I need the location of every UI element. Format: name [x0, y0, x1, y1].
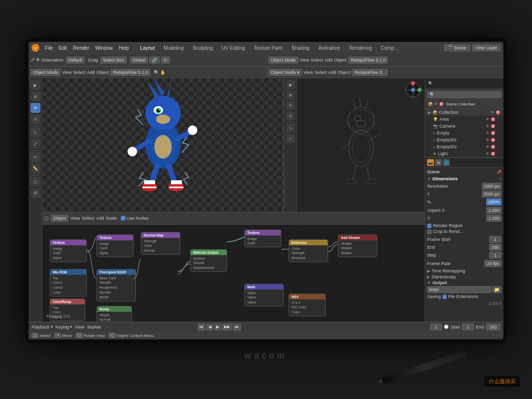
vp-tool-1[interactable]: ▶	[286, 80, 295, 89]
orientation-select[interactable]: Default	[66, 57, 85, 64]
res-pct-value[interactable]: 100%	[486, 199, 501, 205]
jump-end-btn[interactable]: ⏭	[233, 324, 241, 331]
view-label-left[interactable]: View	[62, 70, 71, 75]
filter-icon[interactable]: 🔍	[427, 81, 434, 86]
outliner-camera[interactable]: 📷 Camera 👁 🎯	[425, 123, 503, 130]
menu-render[interactable]: Render	[70, 44, 92, 52]
add-label-left[interactable]: Add	[87, 70, 95, 75]
render-props-icon[interactable]: 📷	[427, 159, 434, 166]
node-box-13[interactable]: HSV H S VFac ColorColor	[289, 294, 326, 316]
node-select-menu[interactable]: Select	[82, 216, 94, 221]
frame-end-value[interactable]: 250	[489, 244, 501, 251]
retopoflow-left-btn[interactable]: RetopoFlow 3.1.0	[110, 69, 150, 76]
stereoscopy-header[interactable]: ▶ Stereoscopy	[427, 274, 501, 279]
frame-step-value[interactable]: 1	[489, 252, 501, 259]
node-box-4[interactable]: Normal Map StrengthColorNormal	[141, 232, 180, 255]
playback-menu[interactable]: Playback ▾	[32, 325, 53, 330]
retopoflow-r[interactable]: RetopoFlow 3...	[352, 69, 388, 76]
add-menu[interactable]: Add	[325, 58, 332, 63]
node-box-11[interactable]: Bump HeightNormal	[97, 306, 132, 322]
vp-tool-6[interactable]: ⤢	[286, 134, 295, 143]
tool-measure[interactable]: 📏	[31, 164, 40, 173]
current-frame-field[interactable]: 1	[430, 324, 442, 331]
menu-window[interactable]: Window	[93, 44, 115, 52]
outliner-light[interactable]: ☀ Light 👁 🎯	[425, 150, 503, 157]
node-box-12[interactable]: Math ValueValueValue	[244, 284, 284, 306]
object-r[interactable]: Object	[337, 70, 350, 75]
vp-tool-4[interactable]: ↺	[286, 111, 295, 120]
retopoflow-btn[interactable]: RetopoFlow 3.1.0	[348, 57, 388, 64]
menu-file[interactable]: File	[42, 44, 55, 52]
tab-layout[interactable]: Layout	[136, 44, 159, 52]
tab-sculpting[interactable]: Sculpting	[189, 44, 217, 52]
scene-props-icon[interactable]: 🌐	[443, 159, 450, 166]
3d-viewport-canvas[interactable]: Z X	[297, 78, 425, 212]
node-object-select[interactable]: Object	[51, 215, 68, 222]
search-input[interactable]	[427, 91, 501, 98]
uv-editor-canvas[interactable]	[42, 78, 283, 212]
jump-start-btn[interactable]: ⏮	[198, 324, 205, 331]
node-box-3[interactable]: Mix RGB FacColor1Color2Color	[50, 269, 87, 297]
node-box-2[interactable]: Texture ImageColorAlpha	[97, 234, 133, 257]
node-box-9[interactable]: Add Shader ShaderShaderShader	[338, 234, 377, 257]
tool-scale[interactable]: ⤡	[31, 128, 40, 137]
tab-comp[interactable]: Comp...	[377, 44, 402, 52]
node-node-menu[interactable]: Node	[106, 216, 117, 221]
add-r[interactable]: Add	[328, 70, 336, 75]
node-box-6[interactable]: Material Output SurfaceVolumeDisplacemen…	[190, 249, 227, 272]
snap-btn[interactable]: 🔗	[149, 57, 160, 64]
res-y-value[interactable]: 3000 px	[482, 191, 501, 198]
tab-uv-editing[interactable]: UV Editing	[218, 44, 249, 52]
tool-cursor[interactable]: ⊕	[31, 92, 40, 101]
view-menu-timeline[interactable]: View	[75, 325, 84, 330]
end-frame-field[interactable]: 250	[486, 324, 500, 331]
outliner-empty[interactable]: ○ Empty 👁 🎯	[425, 130, 503, 136]
vp-tool-2[interactable]: ⊕	[286, 91, 295, 100]
menu-edit[interactable]: Edit	[56, 44, 69, 52]
object-mode-select-r[interactable]: Object Mode ▾	[268, 69, 302, 76]
outliner-empty002[interactable]: ○ Empty002 👁 🎯	[425, 143, 503, 150]
tool-transform[interactable]: ⤢	[31, 139, 40, 149]
drag-select[interactable]: Select Box	[100, 57, 127, 64]
object-label-left[interactable]: Object	[96, 70, 109, 75]
select-r[interactable]: Select	[314, 70, 327, 75]
tab-modeling[interactable]: Modeling	[160, 44, 188, 52]
view-menu[interactable]: View	[300, 58, 309, 63]
vp-tool-5[interactable]: ⤡	[286, 124, 295, 133]
tab-animation[interactable]: Animation	[314, 44, 344, 52]
aspect-x-value[interactable]: 1.000	[486, 207, 501, 214]
proportional-btn[interactable]: ⊙	[161, 57, 170, 64]
use-nodes-checkbox[interactable]: ✓ Use Nodes	[121, 216, 149, 221]
folder-browse-btn[interactable]: 📁	[492, 286, 501, 293]
frame-start-value[interactable]: 1	[489, 236, 501, 243]
scene-selector[interactable]: 🎬 Scene	[444, 44, 470, 51]
transform-global-select[interactable]: Global	[130, 57, 148, 64]
node-box-8[interactable]: Emission ColorStrengthEmission	[289, 239, 328, 262]
tab-shading[interactable]: Shading	[288, 44, 314, 52]
time-remapping-header[interactable]: ▶ Time Remapping	[427, 268, 501, 273]
outliner-area[interactable]: 💡 Area 👁 🎯	[425, 116, 503, 123]
tool-options[interactable]: ⚙	[31, 188, 40, 198]
tool-annotate[interactable]: ✏	[31, 152, 40, 162]
node-box-1[interactable]: Texture ImageColorAlpha	[50, 239, 87, 262]
node-canvas[interactable]: Texture ImageColorAlpha Texture ImageCol…	[42, 225, 425, 322]
prev-frame-btn[interactable]: ◀	[206, 324, 213, 331]
outliner-empty001[interactable]: ○ Empty001 👁 🎯	[425, 136, 503, 143]
marker-menu[interactable]: Marker	[87, 325, 101, 330]
nav-gizmo[interactable]: Z X	[404, 81, 422, 99]
dimensions-header[interactable]: ▼ Dimensions ≡	[427, 176, 501, 181]
tool-rotate[interactable]: ↺	[31, 114, 40, 124]
start-frame-field[interactable]: 1	[462, 324, 474, 331]
frame-rate-value[interactable]: 24 fps	[484, 260, 501, 267]
keying-menu[interactable]: Keying ▾	[56, 325, 72, 330]
object-mode-select[interactable]: Object Mode	[31, 69, 61, 76]
select-menu[interactable]: Select	[311, 58, 323, 63]
object-menu[interactable]: Object	[334, 58, 347, 63]
menu-help[interactable]: Help	[116, 44, 132, 52]
mode-select-right[interactable]: Object Mode	[268, 57, 299, 64]
tab-texture-paint[interactable]: Texture Paint	[250, 44, 286, 52]
vp-tool-3[interactable]: ✛	[286, 101, 295, 110]
view-layer-selector[interactable]: View Layer	[472, 44, 500, 51]
tool-add[interactable]: ⬡	[31, 177, 40, 187]
node-add-menu[interactable]: Add	[96, 216, 104, 221]
